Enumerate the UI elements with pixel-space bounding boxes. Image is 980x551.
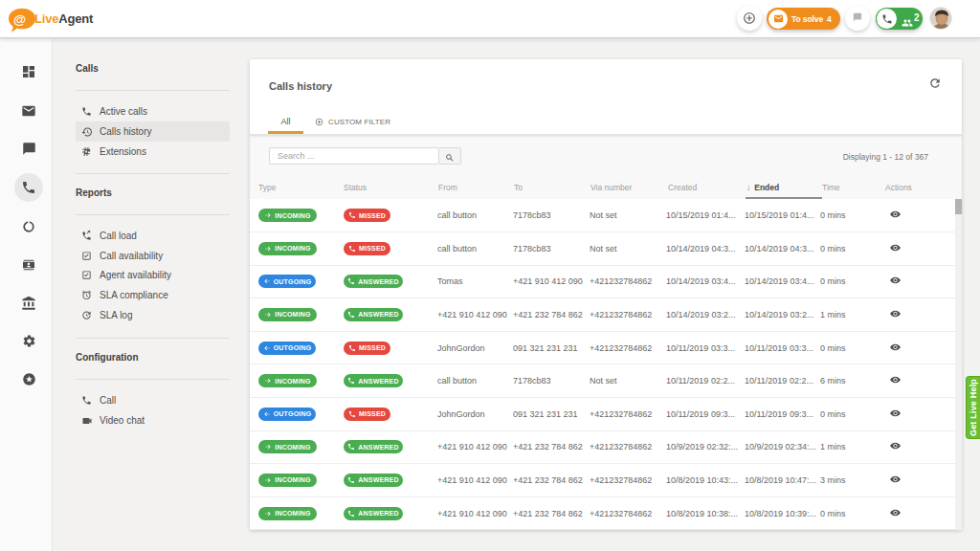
svg-text:@: @ bbox=[13, 12, 26, 27]
